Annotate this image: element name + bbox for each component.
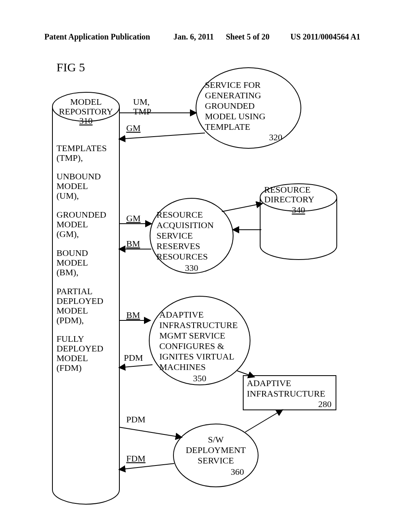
box280-l2: INFRASTRUCTURE — [247, 389, 325, 399]
repo-item-4b: MODEL — [56, 258, 88, 268]
svc350-num: 350 — [193, 373, 206, 383]
repo-item-3c: (GM), — [56, 229, 79, 239]
label-bm2: BM — [126, 310, 140, 320]
repo-item-6a: FULLY — [56, 334, 84, 344]
svc320-l2: GENERATING — [205, 90, 261, 100]
svc350-l4: CONFIGURES & — [159, 341, 224, 351]
svc360-num: 360 — [231, 467, 244, 477]
dir340-num: 340 — [292, 205, 305, 215]
svc320-num: 320 — [269, 132, 282, 142]
svc330-l2: ACQUISITION — [156, 220, 214, 230]
repo-item-1a: TEMPLATES — [56, 143, 107, 153]
arrow-330-to-340 — [222, 204, 262, 212]
arrow-repo-to-360 — [119, 427, 181, 437]
label-bm1: BM — [126, 239, 140, 249]
label-gm1: GM — [126, 123, 140, 133]
arrow-350-to-repo — [119, 365, 152, 368]
svc360-l3: SERVICE — [198, 455, 234, 466]
service-330-node: RESOURCE ACQUISITION SERVICE RESERVES RE… — [150, 198, 233, 273]
repo-item-6c: MODEL — [56, 353, 88, 363]
repo-item-2a: UNBOUND — [56, 171, 101, 181]
svc330-l5: RESOURCES — [156, 251, 208, 262]
repo-item-6d: (FDM) — [56, 363, 81, 373]
svc330-l1: RESOURCE — [156, 210, 203, 220]
dir340-l1: RESOURCE — [264, 185, 311, 195]
repo-title-2: REPOSITORY — [59, 106, 113, 116]
box280-l1: ADAPTIVE — [247, 378, 291, 388]
repo-item-2c: (UM), — [56, 191, 79, 201]
diagram-svg: MODEL REPOSITORY 310 TEMPLATES (TMP), UN… — [0, 0, 413, 532]
resource-directory-cylinder: RESOURCE DIRECTORY 340 — [260, 184, 337, 260]
svc320-l5: TEMPLATE — [205, 122, 250, 132]
repo-item-4c: (BM), — [56, 267, 78, 277]
label-um: UM, — [133, 97, 150, 107]
model-repository-cylinder: MODEL REPOSITORY 310 TEMPLATES (TMP), UN… — [52, 92, 119, 504]
label-pdm1: PDM — [124, 353, 143, 363]
label-gm2: GM — [126, 213, 140, 223]
service-360-node: S/W DEPLOYMENT SERVICE 360 — [173, 424, 258, 487]
svc350-l2: INFRASTRUCTURE — [159, 320, 238, 330]
svc320-l4: MODEL USING — [205, 111, 265, 121]
svc360-l1: S/W — [208, 434, 223, 445]
repo-num: 310 — [79, 116, 93, 126]
repo-item-5a: PARTIAL — [56, 286, 93, 296]
repo-item-5d: (PDM), — [56, 315, 84, 325]
arrow-360-to-280 — [245, 410, 282, 432]
page: Patent Application Publication Jan. 6, 2… — [0, 0, 413, 532]
service-350-node: ADAPTIVE INFRASTRUCTURE MGMT SERVICE CON… — [149, 296, 250, 385]
repo-item-6b: DEPLOYED — [56, 343, 103, 353]
svc350-l5: IGNITES VIRTUAL — [159, 351, 234, 362]
arrow-320-to-repo — [119, 133, 205, 139]
label-pdm2: PDM — [126, 414, 146, 424]
repo-item-3a: GROUNDED — [56, 210, 106, 220]
svc330-l3: SERVICE — [156, 231, 193, 241]
svc320-l3: GROUNDED — [205, 101, 254, 111]
label-fdm: FDM — [126, 453, 146, 463]
service-320-node: SERVICE FOR GENERATING GROUNDED MODEL US… — [196, 68, 301, 148]
repo-item-5b: DEPLOYED — [56, 296, 103, 306]
svc350-l6: MACHINES — [159, 362, 206, 372]
svc320-l1: SERVICE FOR — [205, 80, 261, 90]
svc350-l3: MGMT SERVICE — [159, 330, 225, 341]
repo-item-2b: MODEL — [56, 181, 88, 191]
repo-item-4a: BOUND — [56, 248, 88, 258]
repo-title-1: MODEL — [70, 97, 102, 107]
dir340-l2: DIRECTORY — [264, 194, 314, 204]
svc360-l2: DEPLOYMENT — [186, 445, 246, 455]
label-tmp: TMP — [133, 106, 151, 116]
repo-item-5c: MODEL — [56, 305, 88, 316]
repo-item-1b: (TMP), — [56, 153, 83, 163]
svc350-l1: ADAPTIVE — [159, 310, 204, 320]
arrow-360-to-repo — [119, 463, 174, 470]
adaptive-infra-box: ADAPTIVE INFRASTRUCTURE 280 — [243, 376, 336, 410]
svc330-l4: RESERVES — [156, 241, 200, 251]
box280-num: 280 — [318, 399, 332, 409]
svc330-num: 330 — [185, 263, 198, 273]
repo-item-3b: MODEL — [56, 219, 88, 229]
